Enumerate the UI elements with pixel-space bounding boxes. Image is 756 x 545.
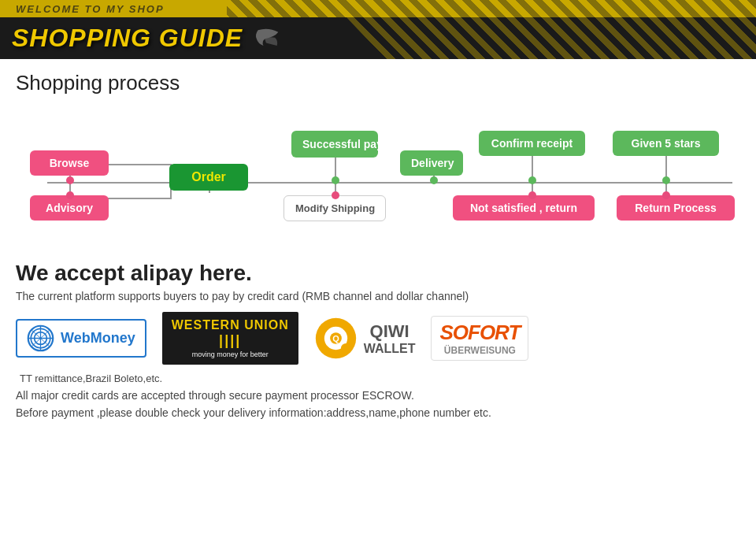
page-header: WELCOME TO MY SHOP SHOPPING GUIDE [0, 0, 756, 59]
payment-note: TT remittance,Brazil Boleto,etc. [20, 373, 740, 384]
header-title-area: SHOPPING GUIDE [12, 24, 286, 53]
dot-stars [662, 176, 670, 184]
svg-point-11 [341, 343, 351, 354]
node-confirm-receipt: Confirm receipt [479, 131, 585, 156]
payment-title: We accept alipay here. [16, 261, 740, 286]
sofort-text: SOFORT ÜBERWEISUNG [439, 321, 520, 356]
header-pattern [227, 0, 756, 59]
qiwi-logo: Q QIWI WALLET [314, 317, 416, 360]
webmoney-logo: WebMoney [16, 319, 146, 358]
payment-warning: Before payment ,please double check your… [16, 406, 740, 419]
sofort-line1: SOFORT [439, 321, 520, 345]
vline-stars [665, 152, 667, 180]
dot-confirm [528, 176, 536, 184]
header-top-text: WELCOME TO MY SHOP [16, 3, 165, 15]
payment-description: The current platform supports buyers to … [16, 290, 740, 302]
wu-text-main: WESTERN UNION [172, 318, 289, 332]
dot-browse [66, 176, 74, 184]
payment-logos: WebMoney WESTERN UNION |||| moving money… [16, 312, 740, 365]
node-delivery: Delivery [400, 150, 463, 176]
dot-return-bottom [662, 191, 670, 199]
dot-modify-bottom [332, 191, 339, 199]
delivery-box: Delivery [400, 150, 463, 176]
not-satisfied-box: Not satisfied , return [453, 195, 595, 221]
sofort-logo: SOFORT ÜBERWEISUNG [431, 316, 528, 361]
payment-body: All major credit cards are accepted thro… [16, 389, 740, 402]
sofort-line2: ÜBERWEISUNG [439, 345, 520, 356]
qiwi-line2: WALLET [364, 342, 416, 356]
webmoney-icon [27, 324, 54, 352]
qiwi-svg: Q [314, 317, 358, 360]
node-not-satisfied: Not satisfied , return [453, 195, 595, 221]
qiwi-icon-wrapper: Q [314, 317, 358, 360]
given-stars-box: Given 5 stars [613, 131, 719, 156]
node-given-stars: Given 5 stars [613, 131, 719, 156]
node-return-process: Return Process [617, 195, 735, 221]
qiwi-line1: QIWI [364, 321, 416, 342]
node-successful-payment: Successful payment [291, 131, 378, 158]
successful-payment-box: Successful payment [291, 131, 378, 158]
node-browse: Browse [30, 150, 109, 176]
return-process-box: Return Process [617, 195, 735, 221]
header-title: SHOPPING GUIDE [12, 24, 243, 53]
svg-text:Q: Q [332, 334, 339, 343]
node-order: Order [169, 164, 248, 191]
wu-text-sub: moving money for better [172, 350, 289, 358]
qiwi-text: QIWI WALLET [364, 321, 416, 356]
order-box: Order [169, 164, 248, 191]
main-content: Shopping process [0, 59, 756, 431]
vline-confirm [532, 152, 533, 180]
webmoney-text: WebMoney [61, 330, 135, 347]
payment-section: We accept alipay here. The current platf… [16, 261, 740, 419]
dot-delivery [430, 176, 438, 184]
shopping-process-title: Shopping process [16, 71, 740, 95]
confirm-receipt-box: Confirm receipt [479, 131, 585, 156]
western-union-logo: WESTERN UNION |||| moving money for bett… [162, 312, 298, 365]
header-icon [250, 27, 286, 50]
wu-pipe: |||| [172, 332, 289, 349]
flow-diagram: Browse Advisory Order Modify Shipping Su… [16, 107, 748, 245]
browse-box: Browse [30, 150, 109, 176]
dot-advisory-bottom [66, 191, 74, 199]
dot-payment [332, 176, 339, 184]
dot-notsatisfied-bottom [528, 191, 536, 199]
flow-main-line [47, 182, 732, 184]
